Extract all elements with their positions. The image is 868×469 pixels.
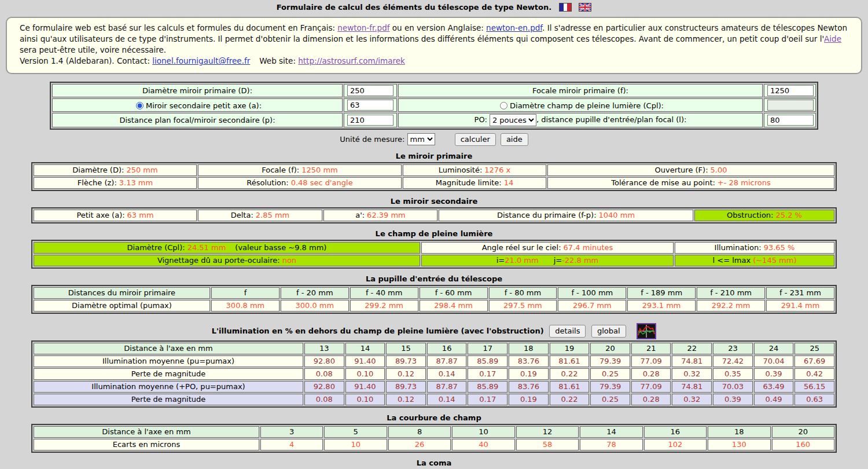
value-cell: 83.76 [509, 356, 549, 367]
graph-thumbnail-icon [637, 323, 656, 339]
primaire-table: Diamètre (D):250 mm Focale (f):1250 mm L… [31, 162, 837, 191]
cpl-input[interactable] [767, 100, 814, 111]
diametre-primaire-cell [344, 84, 397, 97]
petit-axe-input[interactable] [347, 100, 393, 111]
pupille-heading: La pupille d'entrée du télescope [0, 274, 868, 283]
value-cell: 0.12 [386, 368, 426, 380]
french-flag-icon [560, 3, 571, 11]
result-cell-tolerance: Tolérance de mise au point:+- 28 microns [547, 177, 834, 189]
value-cell: 0.28 [631, 394, 671, 405]
label-text: Diamètre miroir primaire (D): [142, 86, 252, 95]
aide-button[interactable]: aide [501, 133, 528, 146]
value-cell: 0.35 [713, 368, 753, 380]
value-cell: 85.89 [468, 381, 507, 393]
primaire-heading: Le miroir primaire [0, 152, 868, 160]
form-row-1: Diamètre miroir primaire (D): Focale mir… [52, 84, 816, 97]
result-cell-distance-primaire: Distance du primaire (f-p):1040 mm [439, 210, 693, 221]
focale-primaire-input[interactable] [767, 85, 814, 96]
cell-value: 1250 mm [301, 166, 338, 174]
intro-text: Ce formulaire web est basé sur les calcu… [20, 23, 337, 32]
value-cell: 299.2 mm [350, 300, 418, 312]
result-cell-delta: Delta:2.85 mm [198, 210, 322, 221]
label-text: Miroir secondaire petit axe (a): [146, 101, 262, 110]
po-select[interactable]: 2 pouces [490, 114, 536, 126]
unit-select[interactable]: mm [407, 133, 435, 145]
value-cell: 0.63 [795, 394, 834, 405]
illumination-graph-icon[interactable] [637, 323, 656, 339]
french-flag-link[interactable] [559, 3, 572, 12]
form-row-3: Distance plan focal/miroir secondaire (p… [52, 113, 816, 127]
value-cell: 291.4 mm [766, 300, 834, 312]
cell-value: 1276 x [484, 166, 510, 174]
value-cell: 87.87 [427, 381, 467, 393]
result-cell-fleche: Flèche (z):3.13 mm [34, 177, 197, 189]
input-form-table: Diamètre miroir primaire (D): Focale mir… [50, 82, 818, 130]
web-site-label: Web site: [259, 56, 298, 65]
cell-label: Diamètre (Cpl): [127, 243, 185, 252]
result-cell-luminosite: Luminosité:1276 x [403, 164, 546, 176]
diametre-primaire-input[interactable] [347, 85, 393, 96]
intro-box: Ce formulaire web est basé sur les calcu… [6, 17, 862, 74]
header-cell: 18 [509, 343, 549, 354]
result-cell-focale: Focale (f):1250 mm [198, 164, 402, 176]
newton-en-pdf-link[interactable]: newton-en.pdf [486, 23, 542, 32]
uk-flag-link[interactable] [579, 3, 591, 12]
value-cell: 74.81 [672, 381, 712, 393]
pupille-value-row: Diamètre optimal (pumax) 300.8 mm300.0 m… [34, 300, 834, 312]
cell-value: 0.48 sec d'angle [291, 178, 353, 187]
page-title-text: Formulaire de calcul des éléments du tél… [277, 3, 551, 12]
cpl-radio[interactable] [500, 102, 507, 109]
cell-label: Luminosité: [439, 166, 483, 174]
header-cell: 8 [388, 426, 451, 438]
value-cell: 0.39 [754, 368, 794, 380]
header-cell: 23 [713, 343, 753, 354]
courbure-heading: La courbure de champ [0, 413, 868, 422]
value-cell: 63.49 [754, 381, 794, 393]
global-button[interactable]: global [591, 325, 626, 338]
cell-label: l <= lmax [713, 256, 751, 265]
value-cell: 81.61 [550, 356, 590, 367]
cell-label: Magnitude limite: [436, 178, 502, 187]
petit-axe-radio[interactable] [136, 102, 144, 109]
header-cell: 12 [516, 426, 579, 438]
details-button[interactable]: details [549, 325, 586, 338]
row-label: Perte de magnitude [34, 394, 303, 405]
intro-text: ou en version Anglaise: [390, 23, 487, 32]
champ-pleine-lumiere-label: Diamètre champ de pleine lumière (Cpl): [398, 98, 763, 112]
value-cell: 0.08 [304, 368, 344, 380]
cell-value: 14 [504, 178, 514, 187]
value-cell: 70.04 [754, 356, 794, 367]
secondaire-petit-axe-label: Miroir secondaire petit axe (a): [52, 98, 343, 112]
newton-fr-pdf-link[interactable]: newton-fr.pdf [337, 23, 389, 32]
value-cell: 0.32 [672, 368, 712, 380]
web-site-link[interactable]: http://astrosurf.com/imarek [298, 56, 405, 65]
result-cell-a-prime: a':62.39 mm [323, 210, 437, 221]
value-cell: 79.39 [590, 381, 630, 393]
cell-note: (valeur basse ~9.8 mm) [235, 243, 326, 252]
value-cell: 300.0 mm [281, 300, 349, 312]
header-cell: 18 [708, 426, 770, 438]
result-cell-illumination: Illumination:93.65 % [675, 242, 834, 254]
contact-email-link[interactable]: lionel.fournigault@free.fr [152, 56, 250, 65]
illumination-heading-text: L'illumination en % en dehors du champ d… [212, 326, 544, 335]
header-cell: 3 [260, 426, 323, 438]
cell-label: Tolérance de mise au point: [611, 178, 715, 187]
value-cell: 89.73 [386, 381, 426, 393]
cell-label: Delta: [231, 211, 253, 219]
champ-row-1: Diamètre (Cpl):24.51 mm(valeur basse ~9.… [34, 242, 834, 254]
result-cell-cpl: Diamètre (Cpl):24.51 mm(valeur basse ~9.… [34, 242, 420, 254]
cell-label: a': [355, 211, 365, 219]
value-cell: 0.49 [754, 394, 794, 405]
cell-value: (~145 mm) [753, 256, 796, 265]
aide-link[interactable]: Aide [824, 34, 841, 43]
cell-label: j= [554, 256, 562, 265]
distance-pupille-input[interactable] [767, 115, 814, 126]
illumination-row-moyenne-po: Illumination moyenne (+PO, pu=pumax) 92.… [34, 381, 834, 393]
secondaire-heading: Le miroir secondaire [0, 197, 868, 206]
value-cell: 0.08 [304, 394, 344, 405]
header-cell: 16 [644, 426, 707, 438]
calculer-button[interactable]: calculer [455, 133, 496, 146]
cell-value: 63 mm [127, 211, 154, 219]
value-cell: 77.09 [631, 356, 671, 367]
distance-plan-focal-input[interactable] [347, 115, 393, 126]
